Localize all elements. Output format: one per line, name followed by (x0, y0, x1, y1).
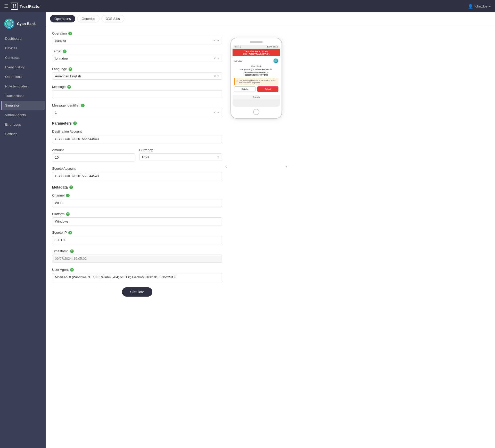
phone-header-subtitle: HIGH RISK TRANSACTION (234, 53, 279, 55)
svg-rect-1 (15, 4, 16, 6)
language-clear-icon[interactable]: × (213, 74, 217, 78)
chevron-down-icon[interactable]: ▾ (217, 39, 219, 42)
sidebar-label-transactions: Transactions (5, 94, 24, 98)
phone-question: Are you trying to transfer $10.00 from G… (234, 68, 278, 77)
form-section: Operation ? transfer × ▾ Target (52, 31, 222, 297)
sidebar-nav: Dashboard Devices Contracts Event histor… (0, 34, 46, 139)
phone-footer: Transfa (233, 95, 280, 99)
phone-nav-prev[interactable]: ‹ (225, 163, 227, 169)
language-group: Language ? American English × ▾ (52, 67, 222, 80)
sidebar-item-simulator[interactable]: Simulator (1, 101, 45, 110)
simulate-button[interactable]: Simulate (122, 287, 152, 297)
source-account-label: Source Account (52, 167, 222, 170)
operation-help-icon[interactable]: ? (68, 32, 72, 35)
metadata-section-title: Metadata ? (52, 185, 222, 189)
sidebar-label-operations: Operations (5, 75, 22, 79)
phone-notch (250, 41, 263, 43)
target-clear-icon[interactable]: × (213, 56, 217, 60)
topnav: ☰ TrustFactor 👤 john.doe ▾ (0, 0, 495, 12)
chevron-down-icon[interactable]: ▾ (217, 155, 219, 159)
sidebar-label-devices: Devices (5, 46, 17, 50)
sidebar-item-contracts[interactable]: Contracts (1, 53, 45, 62)
phone-user-row: john.doe (234, 58, 278, 63)
topnav-left: ☰ TrustFactor (4, 3, 41, 10)
sidebar-item-event-history[interactable]: Event history (1, 63, 45, 72)
phone-nav-next[interactable]: › (285, 163, 287, 169)
sidebar-item-rule-templates[interactable]: Rule templates (1, 82, 45, 91)
parameters-help-icon[interactable]: ? (73, 121, 77, 125)
amount-group: Amount (52, 148, 135, 161)
operation-clear-icon[interactable]: × (213, 38, 217, 43)
operation-group: Operation ? transfer × ▾ (52, 31, 222, 44)
destination-account-input[interactable] (52, 135, 222, 143)
source-account-group: Source Account (52, 167, 222, 180)
chevron-down-icon[interactable]: ▾ (217, 111, 219, 114)
source-ip-input[interactable] (52, 236, 222, 244)
phone-status-right: 100% 15:11 (267, 46, 278, 48)
svg-rect-2 (13, 6, 14, 8)
phone-reject-button[interactable]: Reject (257, 86, 278, 92)
phone-username: john.doe (234, 60, 242, 62)
language-help-icon[interactable]: ? (69, 67, 72, 71)
chevron-down-icon[interactable]: ▾ (217, 74, 219, 78)
timestamp-input[interactable] (52, 255, 222, 263)
platform-input[interactable] (52, 217, 222, 225)
phone-body: john.doe Cyan Bank (233, 56, 280, 95)
currency-select[interactable]: USD ▾ (139, 153, 222, 160)
phone-details-button[interactable]: Details (234, 86, 256, 92)
sidebar-item-error-logs[interactable]: Error Logs (1, 120, 45, 129)
destination-account-group: Destination Account (52, 129, 222, 143)
message-identifier-clear-icon[interactable]: × (213, 110, 217, 115)
source-account-input[interactable] (52, 172, 222, 180)
phone-status-left: 9:11 ▲ (235, 46, 241, 48)
sidebar-item-settings[interactable]: Settings (1, 129, 45, 139)
source-ip-help-icon[interactable]: ? (68, 231, 72, 234)
phone-bank-name: Cyan Bank (234, 65, 278, 67)
language-select[interactable]: American English × ▾ (52, 72, 222, 80)
source-ip-group: Source IP ? (52, 231, 222, 244)
platform-help-icon[interactable]: ? (66, 212, 70, 216)
user-agent-input[interactable] (52, 273, 222, 281)
timestamp-group: Timestamp ? (52, 249, 222, 263)
phone-buttons: Details Reject (234, 86, 278, 92)
sidebar-item-devices[interactable]: Devices (1, 44, 45, 53)
user-agent-help-icon[interactable]: ? (70, 268, 74, 272)
tab-3ds-sibs[interactable]: 3DS Sibs (102, 15, 124, 22)
tab-generics[interactable]: Generics (77, 15, 100, 22)
message-help-icon[interactable]: ? (67, 85, 71, 89)
timestamp-help-icon[interactable]: ? (70, 249, 74, 253)
target-select[interactable]: john.doe × ▾ (52, 55, 222, 62)
sidebar-item-virtual-agents[interactable]: Virtual Agents (1, 110, 45, 119)
user-menu[interactable]: 👤 john.doe ▾ (468, 4, 491, 9)
brand-logo (4, 19, 14, 29)
phone-header: TRANSFER EDITED HIGH RISK TRANSACTION (233, 49, 280, 56)
timestamp-label: Timestamp ? (52, 249, 222, 253)
message-identifier-help-icon[interactable]: ? (81, 104, 85, 107)
sidebar-label-contracts: Contracts (5, 56, 20, 60)
sidebar-label-rule-templates: Rule templates (5, 84, 28, 88)
user-agent-group: User Agent ? (52, 268, 222, 281)
sidebar-item-transactions[interactable]: Transactions (1, 91, 45, 100)
parameters-section-title: Parameters ? (52, 121, 222, 125)
target-help-icon[interactable]: ? (63, 50, 67, 53)
channel-help-icon[interactable]: ? (66, 194, 70, 197)
hamburger-icon[interactable]: ☰ (4, 3, 8, 9)
operation-label: Operation ? (52, 31, 222, 35)
sidebar-label-error-logs: Error Logs (5, 123, 21, 126)
sidebar-brand-name: Cyan Bank (17, 22, 36, 26)
amount-label: Amount (52, 148, 135, 152)
phone-home-button[interactable] (253, 109, 259, 115)
currency-label: Currency (139, 148, 222, 152)
message-identifier-label: Message Identifier ? (52, 103, 222, 107)
message-identifier-select[interactable]: 1 × ▾ (52, 109, 222, 116)
metadata-help-icon[interactable]: ? (69, 185, 73, 189)
sidebar-item-operations[interactable]: Operations (1, 72, 45, 81)
tab-operations[interactable]: Operations (50, 15, 75, 22)
message-input[interactable] (52, 90, 222, 98)
channel-input[interactable] (52, 199, 222, 207)
sidebar-label-settings: Settings (5, 132, 17, 136)
chevron-down-icon[interactable]: ▾ (217, 56, 219, 60)
operation-select[interactable]: transfer × ▾ (52, 37, 222, 44)
sidebar-item-dashboard[interactable]: Dashboard (1, 34, 45, 43)
amount-input[interactable] (52, 153, 135, 161)
